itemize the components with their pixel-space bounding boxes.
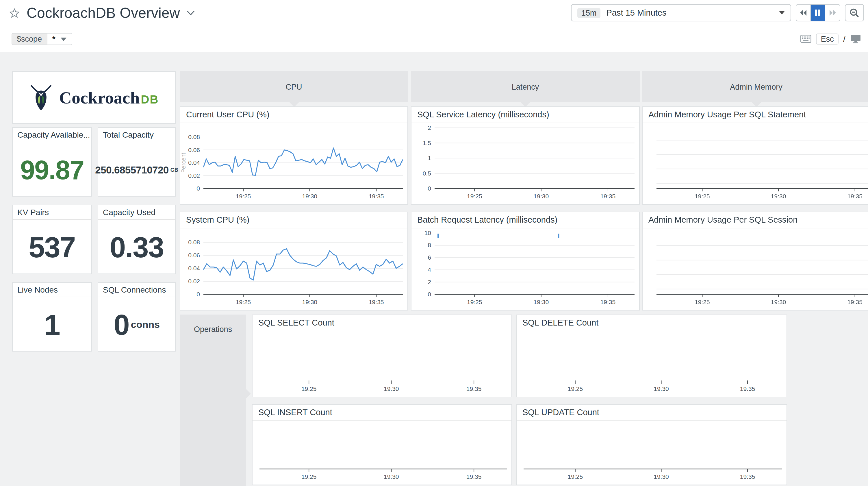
chart-plot: 024681019:2519:3019:35	[411, 228, 639, 310]
svg-text:10: 10	[425, 230, 431, 236]
chart-title: Current User CPU (%)	[180, 107, 407, 123]
stat-total-capacity[interactable]: Total Capacity 250.6855710720GB	[98, 127, 176, 197]
chart-batch-request-latency[interactable]: Batch Request Latency (milliseconds) 024…	[411, 211, 640, 311]
chart-plot: 19:2519:3019:35	[252, 331, 512, 397]
keyboard-icon[interactable]	[801, 35, 812, 43]
cockroachdb-logo-card: CockroachDB	[12, 71, 176, 124]
svg-text:19:25: 19:25	[467, 299, 482, 305]
logo-wordmark: Cockroach	[59, 88, 140, 107]
svg-text:19:30: 19:30	[771, 193, 786, 199]
svg-text:19:35: 19:35	[600, 299, 616, 305]
chart-title: SQL Service Latency (milliseconds)	[411, 107, 639, 123]
time-range-picker[interactable]: 15m Past 15 Minutes	[571, 4, 791, 21]
group-header-cpu[interactable]: CPU	[180, 71, 408, 102]
pause-button[interactable]	[811, 5, 825, 21]
chart-title: SQL INSERT Count	[252, 405, 512, 421]
svg-text:0: 0	[196, 291, 200, 297]
fast-forward-icon	[829, 9, 837, 16]
stat-value: 0.33	[98, 222, 175, 274]
stat-value: 250.6855710720GB	[98, 144, 175, 196]
svg-text:19:35: 19:35	[847, 299, 863, 305]
svg-text:19:25: 19:25	[301, 385, 317, 392]
chart-sql-select-count[interactable]: SQL SELECT Count 19:2519:3019:35	[252, 315, 512, 397]
chart-title: SQL UPDATE Count	[517, 405, 786, 421]
unit-suffix: GB	[170, 167, 178, 173]
chart-title: System CPU (%)	[180, 212, 407, 228]
rewind-button[interactable]	[796, 5, 811, 21]
zoom-out-button[interactable]	[845, 4, 864, 21]
chart-current-user-cpu[interactable]: Current User CPU (%) 00.020.040.060.0819…	[180, 106, 408, 205]
group-label: Latency	[512, 82, 539, 91]
svg-text:19:35: 19:35	[369, 299, 384, 305]
caret-down-icon	[779, 11, 785, 15]
svg-text:0.08: 0.08	[188, 239, 200, 246]
svg-text:4: 4	[428, 266, 431, 273]
chart-admin-memory-session[interactable]: Admin Memory Usage Per SQL Session 19:25…	[642, 211, 868, 311]
group-label: Admin Memory	[730, 82, 782, 91]
chart-sql-insert-count[interactable]: SQL INSERT Count 19:2519:3019:35	[252, 404, 512, 485]
esc-key-hint: Esc	[816, 33, 839, 44]
cockroachdb-logo-icon	[29, 84, 54, 111]
tv-mode-icon[interactable]	[850, 34, 861, 44]
chart-plot: 00.020.040.060.0819:2519:3019:35	[180, 228, 407, 310]
svg-text:19:30: 19:30	[654, 473, 669, 480]
svg-text:19:35: 19:35	[369, 193, 384, 199]
chart-sql-delete-count[interactable]: SQL DELETE Count 19:2519:3019:35	[516, 315, 787, 397]
svg-text:19:25: 19:25	[236, 299, 251, 305]
template-variable-scope[interactable]: $scope *	[11, 33, 72, 45]
zoom-out-icon	[849, 8, 859, 18]
svg-text:19:25: 19:25	[301, 473, 317, 480]
svg-text:19:25: 19:25	[694, 193, 710, 199]
chart-plot: 00.511.5219:2519:3019:35	[411, 123, 639, 204]
group-label: Operations	[180, 325, 246, 334]
svg-text:19:30: 19:30	[654, 385, 669, 392]
stat-title: SQL Connections	[98, 283, 175, 297]
star-icon[interactable]	[9, 8, 20, 18]
chevron-down-icon[interactable]	[187, 10, 195, 16]
svg-text:0.08: 0.08	[188, 134, 200, 140]
variable-value: *	[47, 33, 72, 45]
chart-sql-service-latency[interactable]: SQL Service Latency (milliseconds) 00.51…	[411, 106, 640, 205]
svg-text:0.06: 0.06	[188, 252, 200, 258]
chart-system-cpu[interactable]: System CPU (%) 00.020.040.060.0819:2519:…	[180, 211, 408, 311]
svg-text:19:30: 19:30	[384, 385, 399, 392]
stat-title: Capacity Used	[98, 205, 175, 220]
group-header-admin-memory[interactable]: Admin Memory	[642, 71, 868, 102]
group-header-latency[interactable]: Latency	[411, 71, 640, 102]
svg-text:19:30: 19:30	[534, 299, 549, 305]
variable-value-text: *	[52, 35, 56, 44]
dashboard-canvas: CockroachDB Capacity Available... 99.87 …	[0, 52, 868, 486]
chart-admin-memory-statement[interactable]: Admin Memory Usage Per SQL Statement 19:…	[642, 106, 868, 205]
stat-live-nodes[interactable]: Live Nodes 1	[12, 282, 92, 351]
page-title: CockroachDB Overview	[27, 5, 180, 21]
group-header-operations[interactable]: Operations	[180, 315, 246, 486]
chart-plot: 19:2519:3019:35	[252, 421, 512, 485]
stat-kv-pairs[interactable]: KV Pairs 537	[12, 205, 92, 274]
forward-button[interactable]	[825, 5, 840, 21]
svg-text:19:25: 19:25	[467, 193, 482, 199]
chart-sql-update-count[interactable]: SQL UPDATE Count 19:2519:3019:35	[516, 404, 787, 485]
stat-capacity-used[interactable]: Capacity Used 0.33	[98, 205, 176, 274]
chart-plot: 19:2519:3019:35	[643, 228, 868, 310]
template-variable-bar: $scope * Esc /	[0, 26, 868, 52]
svg-text:6: 6	[428, 254, 431, 261]
chart-title: Admin Memory Usage Per SQL Statement	[643, 107, 868, 123]
svg-text:Percent: Percent	[180, 153, 187, 173]
logo-suffix: DB	[141, 93, 159, 106]
chart-title: Batch Request Latency (milliseconds)	[411, 212, 639, 228]
svg-text:19:25: 19:25	[694, 299, 710, 305]
svg-text:8: 8	[428, 242, 431, 248]
svg-text:2: 2	[428, 124, 431, 131]
chart-plot: 19:2519:3019:35	[517, 331, 786, 397]
pause-icon	[815, 9, 820, 16]
caret-down-icon	[61, 37, 66, 41]
stat-sql-connections[interactable]: SQL Connections 0conns	[98, 282, 176, 351]
svg-text:1: 1	[428, 155, 431, 161]
svg-text:19:25: 19:25	[568, 385, 583, 392]
svg-text:19:35: 19:35	[740, 473, 755, 480]
svg-text:0.04: 0.04	[188, 159, 200, 166]
slash-separator: /	[843, 34, 845, 44]
stat-capacity-available[interactable]: Capacity Available... 99.87	[12, 127, 92, 197]
time-badge: 15m	[577, 8, 601, 18]
stat-title: Total Capacity	[98, 128, 175, 142]
